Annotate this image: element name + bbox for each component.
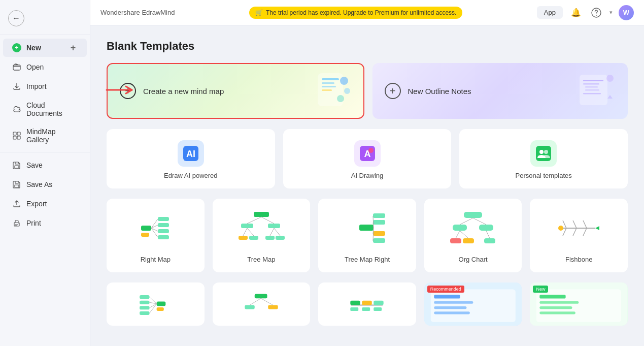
- sidebar: ← + New + Open Import Cloud Documents Mi…: [0, 0, 90, 346]
- bottom-card-2[interactable]: [213, 282, 311, 326]
- feature-card-edraw-ai[interactable]: AI Edraw AI powered: [107, 129, 275, 188]
- svg-rect-23: [585, 89, 599, 91]
- template-card-right-map[interactable]: Right Map: [107, 199, 205, 272]
- svg-rect-24: [583, 93, 601, 95]
- svg-rect-60: [373, 220, 385, 225]
- sidebar-item-cloud-label: Cloud Documents: [26, 101, 78, 117]
- new-badge: New: [533, 286, 548, 293]
- sidebar-item-mindmap-gallery-label: MindMap Gallery: [26, 128, 78, 144]
- svg-point-31: [368, 148, 374, 153]
- svg-line-84: [573, 228, 577, 236]
- sidebar-item-export-label: Export: [26, 200, 47, 208]
- svg-rect-4: [17, 136, 20, 139]
- svg-rect-47: [268, 224, 280, 228]
- svg-rect-89: [140, 295, 149, 299]
- outline-plus-icon: +: [385, 83, 401, 99]
- svg-rect-36: [141, 233, 149, 237]
- tree-map-right-diagram: [324, 208, 410, 248]
- svg-rect-2: [17, 132, 20, 135]
- svg-point-10: [596, 15, 597, 16]
- user-avatar[interactable]: W: [619, 5, 634, 20]
- page-title: Blank Templates: [107, 40, 628, 53]
- help-icon[interactable]: [589, 6, 603, 20]
- svg-line-101: [261, 298, 273, 305]
- svg-rect-105: [374, 301, 384, 305]
- topbar: Wondershare EdrawMind 🛒 The trial period…: [90, 0, 644, 25]
- template-card-org-chart[interactable]: Org Chart: [424, 199, 522, 272]
- svg-rect-117: [540, 295, 566, 299]
- hero-row: + Create a new mind map: [107, 63, 628, 119]
- trial-badge[interactable]: 🛒 The trial period has expired. Upgrade …: [249, 7, 463, 19]
- tree-map-diagram: [219, 208, 304, 248]
- sidebar-item-new[interactable]: + New +: [3, 39, 87, 57]
- svg-rect-99: [268, 305, 278, 309]
- create-plus-icon: +: [120, 83, 136, 99]
- svg-rect-104: [362, 301, 372, 305]
- print-icon: [12, 218, 21, 228]
- svg-rect-88: [157, 307, 164, 311]
- cart-icon: 🛒: [255, 9, 263, 16]
- new-outline-card[interactable]: + New Outline Notes: [372, 63, 628, 119]
- svg-marker-26: [607, 95, 613, 99]
- sidebar-item-print[interactable]: Print: [3, 214, 87, 232]
- sidebar-item-save[interactable]: Save: [3, 156, 87, 174]
- svg-rect-12: [322, 78, 339, 80]
- bottom-card-recommended[interactable]: Recommended: [424, 282, 522, 326]
- svg-rect-21: [583, 83, 599, 85]
- help-chevron: ▾: [609, 9, 613, 16]
- back-button[interactable]: ←: [0, 5, 90, 32]
- svg-point-25: [606, 75, 614, 82]
- back-icon: ←: [8, 10, 24, 26]
- personal-templates-icon: [530, 140, 557, 167]
- sidebar-item-open[interactable]: Open: [3, 58, 87, 76]
- bottom-card-new[interactable]: New: [530, 282, 628, 326]
- sidebar-item-mindmap-gallery[interactable]: MindMap Gallery: [3, 123, 87, 148]
- app-button[interactable]: App: [537, 6, 563, 19]
- svg-rect-40: [158, 235, 169, 239]
- template-card-tree-map[interactable]: Tree Map: [213, 199, 311, 272]
- svg-text:AI: AI: [186, 149, 195, 159]
- feature-card-personal-templates[interactable]: Personal templates: [459, 129, 628, 188]
- svg-point-8: [18, 224, 19, 225]
- new-plus-button[interactable]: +: [69, 43, 78, 52]
- notification-icon[interactable]: 🔔: [569, 6, 583, 20]
- svg-rect-119: [540, 306, 572, 309]
- template-card-tree-map-right[interactable]: Tree Map Right: [318, 199, 416, 272]
- svg-line-56: [270, 228, 274, 236]
- svg-rect-97: [255, 294, 267, 298]
- feature-card-ai-drawing[interactable]: A AI Drawing: [283, 129, 452, 188]
- svg-rect-1: [13, 132, 16, 135]
- sidebar-divider: [0, 35, 90, 35]
- sidebar-item-cloud[interactable]: Cloud Documents: [3, 97, 87, 122]
- svg-point-17: [344, 88, 350, 94]
- svg-rect-3: [13, 136, 16, 139]
- bottom-card-3[interactable]: [318, 282, 416, 326]
- content-area: Blank Templates + Create a new mind map: [90, 25, 644, 346]
- svg-rect-38: [158, 223, 169, 227]
- svg-rect-110: [431, 290, 516, 322]
- edraw-ai-label: Edraw AI powered: [164, 172, 218, 179]
- sidebar-item-import[interactable]: Import: [3, 77, 87, 96]
- svg-rect-98: [245, 305, 254, 309]
- svg-line-54: [243, 228, 247, 236]
- bottom-card-1[interactable]: [107, 282, 205, 326]
- sidebar-item-save-as[interactable]: Save As: [3, 175, 87, 194]
- svg-rect-114: [434, 311, 470, 314]
- sidebar-item-export[interactable]: Export: [3, 195, 87, 213]
- svg-line-96: [150, 304, 157, 313]
- sidebar-divider-2: [0, 152, 90, 152]
- svg-rect-13: [322, 82, 334, 84]
- ai-drawing-icon: A: [354, 140, 381, 167]
- svg-rect-39: [158, 229, 169, 233]
- svg-rect-61: [373, 231, 385, 236]
- svg-rect-20: [583, 80, 603, 81]
- svg-rect-72: [484, 238, 495, 243]
- create-mind-map-card[interactable]: + Create a new mind map: [107, 63, 364, 119]
- svg-line-81: [573, 221, 577, 228]
- svg-rect-45: [254, 212, 269, 217]
- main-area: Wondershare EdrawMind 🛒 The trial period…: [90, 0, 644, 346]
- svg-line-55: [247, 228, 254, 236]
- template-card-fishbone[interactable]: Fishbone: [530, 199, 628, 272]
- svg-rect-48: [239, 236, 248, 240]
- feature-row: AI Edraw AI powered A AI Drawing: [107, 129, 628, 188]
